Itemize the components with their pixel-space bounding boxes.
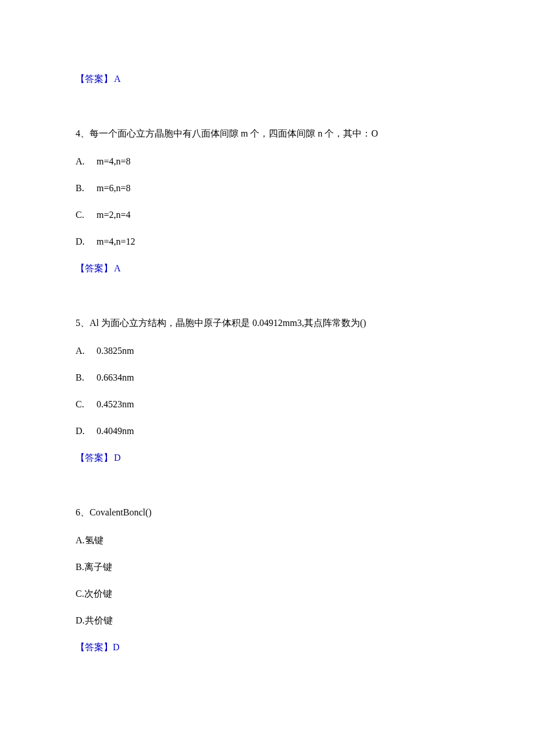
- option-text: 0.6634nm: [97, 371, 134, 385]
- option-letter: B.: [76, 371, 97, 385]
- q4-answer-line: 【答案】A: [76, 261, 459, 275]
- answer-letter: A: [114, 74, 121, 84]
- q4-option-d: D. m=4,n=12: [76, 235, 459, 249]
- option-letter: A.: [76, 155, 97, 169]
- option-text: m=6,n=8: [97, 181, 131, 195]
- q5-answer-line: 【答案】D: [76, 451, 459, 465]
- q6-option-b: B.离子键: [76, 560, 459, 574]
- option-letter: A.: [76, 344, 97, 358]
- option-text: C.次价键: [76, 589, 112, 599]
- option-letter: C.: [76, 208, 97, 222]
- answer-letter: D: [113, 642, 120, 652]
- q6-option-c: C.次价键: [76, 587, 459, 601]
- option-text: B.离子键: [76, 562, 112, 572]
- option-text: D.共价键: [76, 615, 113, 625]
- answer-letter: A: [114, 263, 121, 273]
- option-text: m=4,n=8: [97, 155, 131, 169]
- option-letter: D.: [76, 424, 97, 438]
- answer-label: 【答案】: [76, 263, 113, 273]
- q5-stem: 5、Al 为面心立方结构，晶胞中原子体积是 0.04912mm3,其点阵常数为(…: [76, 316, 459, 330]
- option-text: 0.4523nm: [97, 397, 134, 411]
- option-letter: B.: [76, 181, 97, 195]
- q6-option-a: A.氢键: [76, 533, 459, 547]
- q3-answer-line: 【答案】A: [76, 72, 459, 86]
- q4-stem: 4、每一个面心立方晶胞中有八面体间隙 m 个，四面体间隙 n 个，其中：O: [76, 127, 459, 141]
- option-letter: D.: [76, 235, 97, 249]
- answer-label: 【答案】: [76, 74, 113, 84]
- answer-label: 【答案】: [76, 642, 113, 652]
- document-page: 【答案】A 4、每一个面心立方晶胞中有八面体间隙 m 个，四面体间隙 n 个，其…: [0, 0, 535, 701]
- q5-option-c: C. 0.4523nm: [76, 397, 459, 411]
- q5-option-a: A. 0.3825nm: [76, 344, 459, 358]
- option-text: A.氢键: [76, 535, 104, 545]
- q6-stem: 6、CovalentBoncl(): [76, 506, 459, 519]
- q6-answer-line: 【答案】D: [76, 640, 459, 654]
- answer-label: 【答案】: [76, 453, 113, 463]
- q4-option-c: C. m=2,n=4: [76, 208, 459, 222]
- answer-letter: D: [114, 453, 121, 463]
- option-letter: C.: [76, 397, 97, 411]
- q4-option-b: B. m=6,n=8: [76, 181, 459, 195]
- q4-option-a: A. m=4,n=8: [76, 155, 459, 169]
- option-text: 0.3825nm: [97, 344, 134, 358]
- q6-option-d: D.共价键: [76, 614, 459, 628]
- option-text: 0.4049nm: [97, 424, 134, 438]
- option-text: m=2,n=4: [97, 208, 131, 222]
- option-text: m=4,n=12: [97, 235, 135, 249]
- q5-option-d: D. 0.4049nm: [76, 424, 459, 438]
- q5-option-b: B. 0.6634nm: [76, 371, 459, 385]
